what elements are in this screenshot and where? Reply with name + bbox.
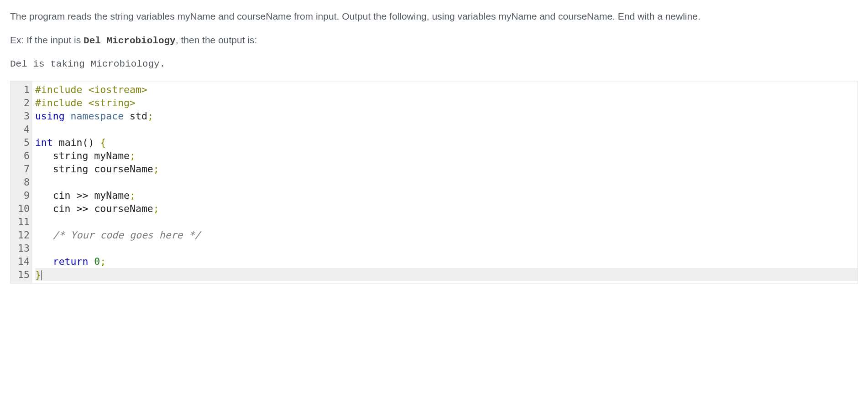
token-brace: { [100,137,106,148]
code-line[interactable]: #include <string> [35,96,858,109]
code-line[interactable]: return 0; [35,255,858,268]
token-keyword: int [35,137,53,148]
token-operator: >> [77,203,89,214]
line-number: 6 [18,149,30,162]
token-keyword: return [53,256,89,267]
line-number: 13 [18,242,30,255]
example-suffix: , then the output is: [176,35,257,45]
token-header: <iostream> [88,84,147,95]
token-identifier: cin [53,203,71,214]
code-line[interactable] [35,242,858,255]
text-cursor-icon [42,270,42,280]
code-body[interactable]: #include <iostream> #include <string> us… [32,81,858,283]
line-number: 1 [18,83,30,96]
token-punct: () [82,137,94,148]
token-punct: ; [153,163,159,175]
line-number-gutter: 1 2 3 4 5 6 7 8 9 10 11 12 13 14 15 [10,81,32,283]
line-number: 2 [18,96,30,109]
code-line[interactable] [35,123,858,136]
code-line[interactable]: string courseName; [35,162,858,176]
code-line[interactable]: #include <iostream> [35,83,858,96]
example-prefix: Ex: If the input is [10,35,84,45]
line-number: 15 [18,268,30,281]
token-type: string [53,150,89,161]
code-line[interactable] [35,215,858,228]
code-line[interactable]: /* Your code goes here */ [35,228,858,242]
example-output: Del is taking Microbiology. [10,57,858,72]
token-identifier: courseName [94,163,153,175]
token-preprocessor: #include [35,97,83,108]
code-line[interactable]: string myName; [35,149,858,162]
token-brace: } [35,269,41,280]
token-identifier: myName [94,150,130,161]
line-number: 9 [18,189,30,202]
token-indent [35,150,53,161]
instruction-paragraph-1: The program reads the string variables m… [10,9,858,24]
token-operator: >> [77,190,89,201]
token-header: <string> [88,97,136,108]
code-line[interactable]: using namespace std; [35,109,858,123]
token-indent [35,190,53,201]
line-number: 4 [18,123,30,136]
example-input: Del Microbiology [84,36,176,46]
token-identifier: main [59,137,83,148]
token-indent [35,203,53,214]
code-line[interactable] [35,176,858,189]
line-number: 3 [18,109,30,123]
token-indent [35,229,53,241]
token-punct: ; [130,150,136,161]
token-identifier: myName [94,190,130,201]
instruction-paragraph-2: Ex: If the input is Del Microbiology, th… [10,33,858,48]
token-punct: ; [100,256,106,267]
token-type: string [53,163,89,175]
token-identifier: std [130,110,147,122]
token-preprocessor: #include [35,84,83,95]
line-number: 7 [18,162,30,176]
code-line[interactable]: cin >> myName; [35,189,858,202]
token-punct: ; [130,190,136,201]
problem-statement: The program reads the string variables m… [10,9,858,72]
code-line[interactable]: cin >> courseName; [35,202,858,215]
token-identifier: cin [53,190,71,201]
token-keyword: using [35,110,65,122]
token-indent [35,256,53,267]
token-punct: ; [147,110,153,122]
token-comment: /* Your code goes here */ [53,229,201,241]
token-number: 0 [94,256,100,267]
code-line[interactable]: int main() { [35,136,858,149]
line-number: 5 [18,136,30,149]
line-number: 8 [18,176,30,189]
line-number: 12 [18,228,30,242]
line-number: 14 [18,255,30,268]
code-editor[interactable]: 1 2 3 4 5 6 7 8 9 10 11 12 13 14 15 #inc… [10,81,858,284]
token-indent [35,163,53,175]
code-line-active[interactable]: } [35,268,858,281]
line-number: 10 [18,202,30,215]
token-punct: ; [153,203,159,214]
line-number: 11 [18,215,30,228]
token-keyword: namespace [71,110,124,122]
token-identifier: courseName [94,203,153,214]
